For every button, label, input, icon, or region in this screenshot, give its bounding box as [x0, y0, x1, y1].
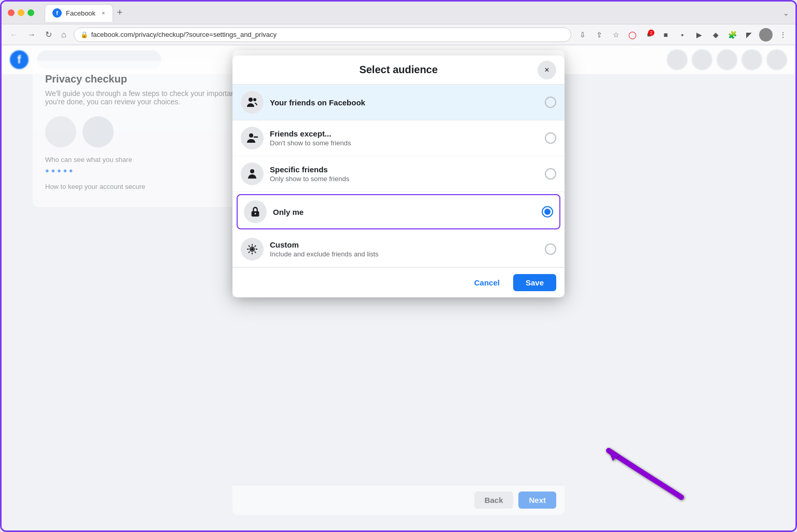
traffic-lights: [8, 9, 34, 16]
facebook-favicon: f: [52, 8, 62, 18]
specific-friends-icon-wrap: [241, 162, 264, 185]
only-me-radio: [542, 206, 553, 217]
bookmark-icon[interactable]: ☆: [610, 29, 622, 41]
lock-icon: [250, 206, 261, 217]
svg-point-1: [253, 98, 256, 101]
tab-bar: f Facebook × + ⌄: [45, 4, 789, 22]
svg-point-0: [249, 98, 253, 102]
puzzle-icon[interactable]: 🧩: [726, 29, 738, 41]
friends-except-icon-wrap: [241, 127, 264, 149]
extension3-icon[interactable]: ▪: [676, 29, 689, 41]
modal-title: Select audience: [359, 64, 437, 76]
modal-close-button[interactable]: ×: [538, 61, 556, 79]
friends-option-title: Your friends on Facebook: [270, 98, 539, 107]
friends-icon: [246, 96, 258, 108]
friends-icon-wrap: [241, 91, 264, 114]
toolbar-icons: ⇩ ⇪ ☆ ◯ ■ 2 ■ ▪ ▶ ◆ 🧩 ◤ ⋮: [576, 28, 789, 42]
only-me-radio-inner: [544, 209, 551, 215]
modal-overlay: Select audience ×: [2, 45, 795, 530]
extension5-icon[interactable]: ◆: [709, 29, 722, 41]
profile-footer: Back Next: [232, 485, 565, 515]
specific-friends-subtitle: Only show to some friends: [270, 175, 539, 183]
audience-option-specific-friends[interactable]: Specific friends Only show to some frien…: [232, 156, 565, 192]
download-icon[interactable]: ⇩: [576, 29, 589, 41]
audience-option-custom[interactable]: Custom Include and exclude friends and l…: [232, 231, 565, 267]
svg-point-2: [249, 133, 253, 138]
specific-friends-title: Specific friends: [270, 165, 539, 174]
share-icon[interactable]: ⇪: [593, 29, 606, 41]
modal-body: Your friends on Facebook: [232, 85, 565, 267]
active-tab[interactable]: f Facebook ×: [45, 4, 113, 22]
only-me-title: Only me: [273, 208, 535, 216]
friends-except-radio: [545, 132, 556, 144]
friends-except-icon: [246, 132, 258, 144]
custom-icon-wrap: [241, 238, 264, 261]
svg-point-4: [250, 169, 254, 173]
url-text: facebook.com/privacy/checkup/?source=set…: [91, 31, 277, 38]
audience-option-your-friends[interactable]: Your friends on Facebook: [232, 85, 565, 120]
friends-radio: [545, 97, 556, 108]
lock-icon: 🔒: [80, 31, 88, 38]
modal-footer: Cancel Save: [232, 267, 565, 297]
extension1-icon[interactable]: ■ 2: [643, 29, 655, 41]
reload-button[interactable]: ↻: [43, 28, 54, 42]
friends-except-title: Friends except...: [270, 129, 539, 138]
tab-close-button[interactable]: ×: [102, 10, 105, 16]
home-button[interactable]: ⌂: [59, 28, 68, 42]
close-window-button[interactable]: [8, 9, 15, 16]
maximize-window-button[interactable]: [28, 9, 34, 16]
friends-option-text: Your friends on Facebook: [270, 98, 539, 107]
svg-point-6: [255, 213, 256, 214]
custom-subtitle: Include and exclude friends and lists: [270, 250, 539, 258]
address-bar: ← → ↻ ⌂ 🔒 facebook.com/privacy/checkup/?…: [2, 24, 795, 45]
minimize-window-button[interactable]: [18, 9, 24, 16]
custom-title: Custom: [270, 240, 539, 249]
browser-frame: f Facebook × + ⌄ ← → ↻ ⌂ 🔒 facebook.com/…: [0, 0, 797, 532]
select-audience-modal: Select audience ×: [232, 56, 565, 297]
friends-except-subtitle: Don't show to some friends: [270, 139, 539, 147]
modal-header: Select audience ×: [232, 56, 565, 85]
new-tab-button[interactable]: +: [113, 7, 127, 18]
custom-option-text: Custom Include and exclude friends and l…: [270, 240, 539, 258]
extension4-icon[interactable]: ▶: [693, 29, 705, 41]
audience-option-friends-except[interactable]: Friends except... Don't show to some fri…: [232, 120, 565, 156]
custom-radio: [545, 243, 556, 255]
title-bar: f Facebook × + ⌄: [2, 2, 795, 24]
url-bar[interactable]: 🔒 facebook.com/privacy/checkup/?source=s…: [74, 28, 571, 42]
page-content: f Privacy checkup We'll guide you throug…: [2, 45, 795, 530]
svg-point-7: [251, 248, 254, 251]
opera-icon[interactable]: ◯: [626, 29, 639, 41]
back-nav-button[interactable]: ←: [8, 28, 20, 42]
back-button: Back: [474, 492, 514, 509]
user-avatar[interactable]: [759, 28, 773, 42]
next-button: Next: [518, 492, 556, 509]
specific-friends-option-text: Specific friends Only show to some frien…: [270, 165, 539, 183]
specific-friends-icon: [246, 168, 258, 180]
gear-icon: [246, 243, 258, 255]
audience-option-only-me[interactable]: Only me: [237, 194, 560, 229]
split-view-icon[interactable]: ◤: [743, 29, 755, 41]
extension2-icon[interactable]: ■: [659, 29, 672, 41]
friends-except-option-text: Friends except... Don't show to some fri…: [270, 129, 539, 147]
forward-nav-button[interactable]: →: [25, 28, 38, 42]
tab-title: Facebook: [66, 9, 95, 17]
specific-friends-radio: [545, 168, 556, 180]
save-button[interactable]: Save: [513, 274, 556, 291]
tab-dropdown-button[interactable]: ⌄: [783, 9, 789, 17]
only-me-icon-wrap: [244, 200, 267, 223]
cancel-button[interactable]: Cancel: [466, 274, 508, 291]
menu-button[interactable]: ⋮: [777, 29, 789, 41]
only-me-option-text: Only me: [273, 208, 535, 216]
